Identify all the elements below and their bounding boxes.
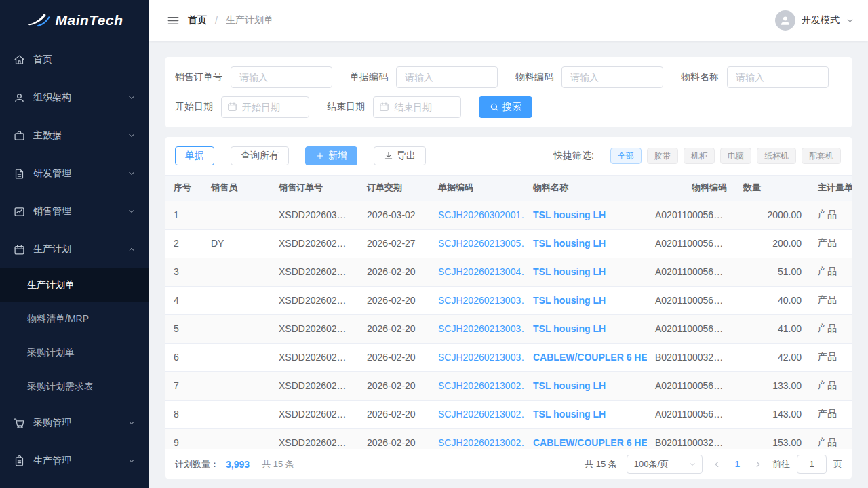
table-footer: 计划数量： 3,993 共 15 条 共 15 条 100条/页 <box>165 449 852 479</box>
doc-code-link[interactable]: SCJH20260302001… <box>438 209 525 220</box>
doc-code-input[interactable] <box>396 66 498 88</box>
sidebar-item-home[interactable]: 首页 <box>0 41 149 79</box>
sidebar-subitem-production-plan-order[interactable]: 生产计划单 <box>0 268 149 302</box>
add-button[interactable]: 新增 <box>305 146 357 165</box>
table-row[interactable]: 9 XSDD202602… 2026-02-20 SCJH20260213002… <box>165 428 852 449</box>
table-row[interactable]: 8 XSDD202602… 2026-02-20 SCJH20260213002… <box>165 400 852 428</box>
table-header-row: 序号 销售员 销售订单号 订单交期 单据编码 物料 <box>165 176 852 201</box>
material-name-link[interactable]: CABLEW/COUPLER 6 HE <box>533 352 647 363</box>
cell-salesperson <box>203 286 271 314</box>
quick-filter-chip[interactable]: 配套机 <box>802 148 841 164</box>
logo-swoosh-icon <box>26 13 50 28</box>
doc-code-link[interactable]: SCJH20260213003… <box>438 352 525 363</box>
sidebar-item-procurement[interactable]: 采购管理 <box>0 404 149 442</box>
sidebar-subitem-label: 采购计划单 <box>27 347 75 359</box>
cell-salesperson <box>203 428 271 449</box>
doc-code-link[interactable]: SCJH20260213002… <box>438 380 525 391</box>
table-row[interactable]: 7 XSDD202602… 2026-02-20 SCJH20260213002… <box>165 371 852 400</box>
page-size-select[interactable]: 100条/页 <box>627 455 703 474</box>
table-row[interactable]: 4 XSDD202602… 2026-02-20 SCJH20260213003… <box>165 286 852 314</box>
cell-qty: 40.00 <box>735 286 810 314</box>
page-content: 销售订单号 单据编码 物料编码 物料名称 <box>149 41 868 488</box>
doc-code-link[interactable]: SCJH20260213002… <box>438 437 525 448</box>
briefcase-icon <box>14 130 25 142</box>
quick-filter-chip[interactable]: 胶带 <box>647 148 678 164</box>
quick-filter-chip[interactable]: 纸杯机 <box>757 148 796 164</box>
export-button[interactable]: 导出 <box>374 146 426 165</box>
cell-unit: 产品 <box>810 343 852 371</box>
cell-salesperson: DY <box>203 229 271 258</box>
cell-qty: 143.00 <box>735 400 810 428</box>
quick-filter-chip[interactable]: 机柜 <box>684 148 715 164</box>
doc-code-link[interactable]: SCJH20260213004… <box>438 266 525 277</box>
column-header: 序号 <box>165 176 203 201</box>
filter-label: 结束日期 <box>327 101 365 113</box>
cell-doc-code: SCJH20260213003… <box>430 343 525 371</box>
table-row[interactable]: 1 XSDD202603… 2026-03-02 SCJH20260302001… <box>165 201 852 229</box>
cell-sales-order: XSDD202602… <box>271 343 359 371</box>
table-scroll-area[interactable]: 序号 销售员 销售订单号 订单交期 单据编码 物料 <box>165 175 852 449</box>
chevron-right-icon <box>753 460 763 469</box>
material-name-input[interactable] <box>727 66 829 88</box>
doc-code-link[interactable]: SCJH20260213005… <box>438 238 525 249</box>
download-icon <box>384 151 393 161</box>
sidebar-subitem-bom-mrp[interactable]: 物料清单/MRP <box>0 302 149 336</box>
cell-doc-code: SCJH20260213003… <box>430 286 525 314</box>
next-page-button[interactable] <box>751 458 766 470</box>
sidebar-item-production-management[interactable]: 生产管理 <box>0 442 149 480</box>
export-button-label: 导出 <box>397 150 416 162</box>
user-menu[interactable]: 开发模式 <box>775 10 854 30</box>
table-row[interactable]: 2 DY XSDD202602… 2026-02-27 SCJH20260213… <box>165 229 852 258</box>
doc-code-link[interactable]: SCJH20260213003… <box>438 295 525 306</box>
goto-page-input[interactable] <box>797 455 827 474</box>
sidebar-collapse-icon[interactable] <box>167 14 180 27</box>
chevron-down-icon <box>127 457 136 465</box>
doc-code-link[interactable]: SCJH20260213002… <box>438 409 525 420</box>
cell-material-code: A0201100056… <box>647 258 735 286</box>
table-row[interactable]: 6 XSDD202602… 2026-02-20 SCJH20260213003… <box>165 343 852 371</box>
search-button[interactable]: 搜索 <box>479 96 532 118</box>
sidebar-item-organization[interactable]: 组织架构 <box>0 79 149 117</box>
page-number-button[interactable]: 1 <box>731 459 744 469</box>
table-toolbar: 单据 查询所有 新增 导出 快捷筛选: <box>165 137 852 175</box>
sidebar-item-rd-management[interactable]: 研发管理 <box>0 155 149 192</box>
cell-doc-code: SCJH20260213002… <box>430 400 525 428</box>
cell-qty: 153.00 <box>735 428 810 449</box>
material-name-link[interactable]: TSL housing LH <box>533 238 606 249</box>
sidebar-item-sales-management[interactable]: 销售管理 <box>0 192 149 230</box>
filter-doc-code: 单据编码 <box>350 66 498 88</box>
breadcrumb-home[interactable]: 首页 <box>188 14 207 26</box>
material-name-link[interactable]: TSL housing LH <box>533 380 606 391</box>
logo-text: MainTech <box>55 12 123 28</box>
table-row[interactable]: 3 XSDD202602… 2026-02-20 SCJH20260213004… <box>165 258 852 286</box>
breadcrumb-separator: / <box>215 15 218 26</box>
filter-material-name: 物料名称 <box>681 66 829 88</box>
query-all-button[interactable]: 查询所有 <box>231 146 289 165</box>
cell-delivery-date: 2026-03-02 <box>359 201 430 229</box>
material-name-link[interactable]: TSL housing LH <box>533 266 606 277</box>
table-row[interactable]: 5 XSDD202602… 2026-02-20 SCJH20260213003… <box>165 314 852 343</box>
cell-no: 5 <box>165 314 203 343</box>
material-name-link[interactable]: CABLEW/COUPLER 6 HE <box>533 437 647 448</box>
cell-material-name: TSL housing LH <box>525 258 647 286</box>
material-name-link[interactable]: TSL housing LH <box>533 323 606 334</box>
app-logo: MainTech <box>0 0 149 41</box>
material-code-input[interactable] <box>561 66 663 88</box>
material-name-link[interactable]: TSL housing LH <box>533 295 606 306</box>
sales-order-input[interactable] <box>231 66 332 88</box>
prev-page-button[interactable] <box>709 458 724 470</box>
sidebar-subitem-purchase-plan-demand[interactable]: 采购计划需求表 <box>0 370 149 404</box>
doc-code-link[interactable]: SCJH20260213003… <box>438 323 525 334</box>
material-name-link[interactable]: TSL housing LH <box>533 409 606 420</box>
cell-delivery-date: 2026-02-20 <box>359 428 430 449</box>
doc-button[interactable]: 单据 <box>175 146 214 165</box>
filter-sales-order: 销售订单号 <box>175 66 332 88</box>
sidebar-item-production-plan[interactable]: 生产计划 <box>0 230 149 268</box>
material-name-link[interactable]: TSL housing LH <box>533 209 606 220</box>
quick-filter-chip[interactable]: 电脑 <box>720 148 751 164</box>
sidebar-subitem-purchase-plan-order[interactable]: 采购计划单 <box>0 336 149 370</box>
sidebar-item-master-data[interactable]: 主数据 <box>0 117 149 155</box>
plan-qty-label: 计划数量： <box>175 458 219 470</box>
filter-row-1: 销售订单号 单据编码 物料编码 物料名称 <box>175 66 842 88</box>
quick-filter-chip[interactable]: 全部 <box>610 148 642 164</box>
